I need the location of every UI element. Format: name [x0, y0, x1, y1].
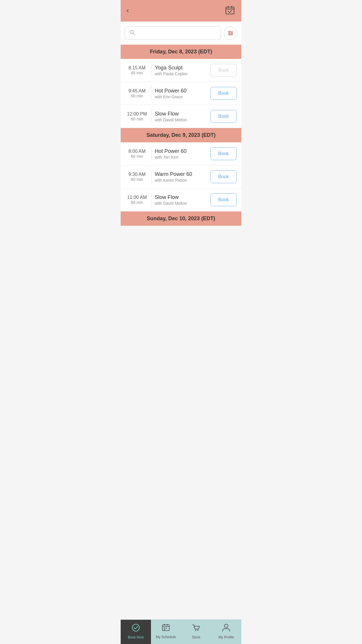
nav-item-store[interactable]: Store — [181, 620, 211, 644]
nav-label-store: Store — [192, 635, 200, 639]
row-divider — [152, 192, 152, 207]
class-duration: 60 min — [125, 200, 149, 205]
class-time-0-0: 8:15 AM45 min — [125, 65, 149, 75]
class-instructor: with David Melton — [155, 201, 208, 206]
table-row: 9:30 AM60 minWarm Power 60with Karen Pat… — [121, 165, 241, 188]
back-button[interactable]: ‹ — [126, 6, 129, 15]
calendar-check-button[interactable] — [224, 5, 236, 16]
table-row: 8:00 AM60 minHot Power 60with Tori KerrB… — [121, 142, 241, 165]
date-label-1: Saturday, Dec 9, 2023 (EDT) — [147, 132, 216, 138]
class-time-1-0: 8:00 AM60 min — [125, 149, 149, 159]
svg-rect-19 — [164, 629, 165, 630]
svg-point-21 — [197, 630, 198, 631]
nav-label-my-profile: My Profile — [219, 635, 234, 639]
check-circle-icon — [131, 623, 140, 634]
class-duration: 60 min — [125, 154, 149, 159]
class-duration: 60 min — [125, 177, 149, 182]
row-divider — [152, 169, 152, 184]
svg-line-5 — [133, 33, 134, 35]
calendar-icon — [162, 624, 170, 634]
svg-point-22 — [224, 624, 228, 628]
class-name: Hot Power 60 — [155, 148, 208, 154]
nav-item-my-schedule[interactable]: My Schedule — [151, 620, 181, 644]
class-name: Slow Flow — [155, 194, 208, 200]
book-button[interactable]: Book — [210, 110, 237, 123]
nav-label-book-now: Book Now — [128, 635, 144, 639]
class-instructor: with David Melton — [155, 118, 208, 122]
class-info: Yoga Sculptwith Paula Coplon — [155, 65, 208, 76]
app-header: ‹ — [121, 0, 241, 22]
date-header-0: Friday, Dec 8, 2023 (EDT) — [121, 45, 241, 59]
filter-icon — [227, 30, 234, 36]
svg-point-10 — [231, 33, 232, 34]
search-area — [121, 22, 241, 45]
class-instructor: with Karen Patton — [155, 178, 208, 183]
class-name: Yoga Sculpt — [155, 65, 208, 71]
svg-rect-0 — [226, 7, 234, 14]
calendar-check-icon — [225, 6, 235, 15]
cart-icon — [192, 623, 201, 634]
book-button: Book — [210, 64, 237, 77]
book-button[interactable]: Book — [210, 87, 237, 100]
svg-point-9 — [229, 31, 230, 32]
class-info: Slow Flowwith David Melton — [155, 194, 208, 206]
row-divider — [152, 86, 152, 101]
class-info: Warm Power 60with Karen Patton — [155, 171, 208, 183]
class-info: Hot Power 60with Erin Grace — [155, 88, 208, 99]
class-info: Slow Flowwith David Melton — [155, 111, 208, 122]
class-time-1-1: 9:30 AM60 min — [125, 172, 149, 182]
filter-button[interactable] — [224, 27, 237, 40]
table-row: 12:00 PM60 minSlow Flowwith David Melton… — [121, 105, 241, 128]
svg-point-20 — [195, 630, 196, 631]
svg-point-11 — [229, 34, 231, 35]
row-divider — [152, 109, 152, 124]
row-divider — [152, 146, 152, 161]
date-header-1: Saturday, Dec 9, 2023 (EDT) — [121, 128, 241, 142]
date-label-2: Sunday, Dec 10, 2023 (EDT) — [147, 216, 215, 221]
person-icon — [222, 623, 230, 634]
class-time-0-2: 12:00 PM60 min — [125, 111, 149, 121]
class-list-1: 8:00 AM60 minHot Power 60with Tori KerrB… — [121, 142, 241, 211]
bottom-nav: Book NowMy ScheduleStoreMy Profile — [121, 620, 241, 644]
class-time-value: 8:00 AM — [125, 149, 149, 154]
class-instructor: with Erin Grace — [155, 94, 208, 99]
class-name: Slow Flow — [155, 111, 208, 117]
date-label-0: Friday, Dec 8, 2023 (EDT) — [150, 49, 212, 55]
class-duration: 60 min — [125, 94, 149, 98]
table-row: 11:00 AM60 minSlow Flowwith David Melton… — [121, 188, 241, 211]
date-header-2: Sunday, Dec 10, 2023 (EDT) — [121, 211, 241, 226]
svg-rect-18 — [166, 628, 167, 629]
class-time-0-1: 9:45 AM60 min — [125, 88, 149, 98]
class-instructor: with Paula Coplon — [155, 71, 208, 76]
class-instructor: with Tori Kerr — [155, 155, 208, 160]
class-time-value: 9:45 AM — [125, 88, 149, 94]
content-area: Friday, Dec 8, 2023 (EDT)8:15 AM45 minYo… — [121, 45, 241, 249]
class-name: Warm Power 60 — [155, 171, 208, 177]
search-icon — [129, 29, 135, 37]
class-info: Hot Power 60with Tori Kerr — [155, 148, 208, 160]
row-divider — [152, 63, 152, 78]
book-button[interactable]: Book — [210, 193, 237, 206]
table-row: 8:15 AM45 minYoga Sculptwith Paula Coplo… — [121, 59, 241, 82]
class-name: Hot Power 60 — [155, 88, 208, 94]
class-list-0: 8:15 AM45 minYoga Sculptwith Paula Coplo… — [121, 59, 241, 128]
class-duration: 60 min — [125, 117, 149, 121]
svg-rect-17 — [164, 628, 165, 629]
svg-point-12 — [132, 624, 139, 631]
nav-item-my-profile[interactable]: My Profile — [211, 620, 242, 644]
class-time-1-2: 11:00 AM60 min — [125, 195, 149, 205]
search-input[interactable] — [137, 31, 217, 36]
nav-item-book-now[interactable]: Book Now — [121, 620, 151, 644]
class-time-value: 11:00 AM — [125, 195, 149, 200]
class-time-value: 8:15 AM — [125, 65, 149, 71]
search-bar-container — [125, 26, 221, 40]
book-button[interactable]: Book — [210, 170, 237, 183]
class-time-value: 12:00 PM — [125, 111, 149, 117]
nav-label-my-schedule: My Schedule — [156, 635, 176, 639]
book-button[interactable]: Book — [210, 147, 237, 160]
class-duration: 45 min — [125, 71, 149, 75]
class-time-value: 9:30 AM — [125, 172, 149, 177]
table-row: 9:45 AM60 minHot Power 60with Erin Grace… — [121, 82, 241, 105]
